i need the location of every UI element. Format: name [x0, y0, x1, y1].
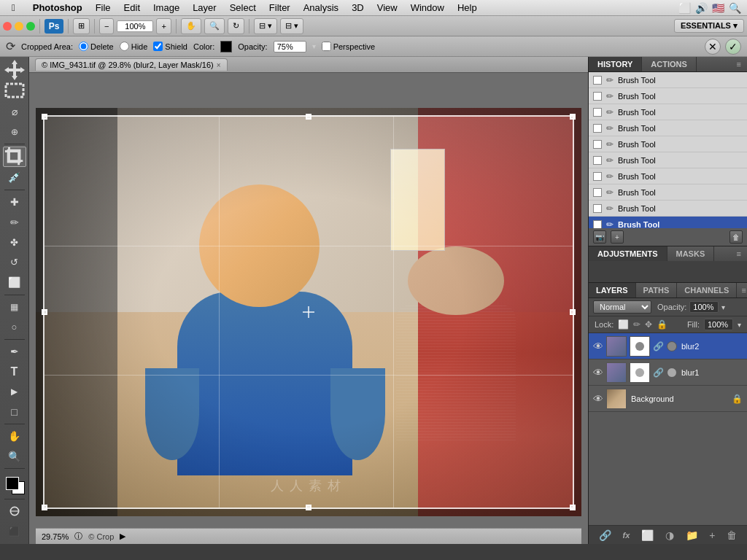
menu-select[interactable]: Select: [224, 1, 262, 15]
history-tab[interactable]: HISTORY: [589, 57, 642, 71]
menu-analysis[interactable]: Analysis: [298, 1, 344, 15]
hand-tool-tb[interactable]: ✋: [181, 18, 201, 34]
layout-btn[interactable]: ⊟ ▾: [280, 18, 303, 34]
brush-tool-btn[interactable]: ✏: [3, 212, 26, 232]
link-layers-btn[interactable]: 🔗: [599, 529, 611, 541]
add-mask-btn[interactable]: ⬜: [641, 529, 654, 541]
dodge-tool-btn[interactable]: ○: [3, 317, 26, 337]
zoom-tool-tb[interactable]: 🔍: [204, 18, 225, 34]
history-menu-btn[interactable]: ≡: [731, 57, 747, 71]
zoom-in-btn[interactable]: +: [156, 18, 171, 34]
rotate-tool-tb[interactable]: ↻: [228, 18, 244, 34]
layers-menu-btn[interactable]: ≡: [737, 283, 747, 298]
gradient-tool-btn[interactable]: ▦: [3, 298, 26, 317]
history-item-5[interactable]: ✏ Brush Tool: [589, 152, 747, 168]
lock-transparent-btn[interactable]: ⬜: [618, 319, 629, 330]
history-item-3[interactable]: ✏ Brush Tool: [589, 120, 747, 136]
eraser-tool-btn[interactable]: ⬜: [3, 273, 26, 292]
pen-tool-btn[interactable]: ✒: [3, 342, 26, 362]
layer-background[interactable]: 👁 Background 🔒: [589, 386, 747, 412]
history-item-1[interactable]: ✏ Brush Tool: [589, 88, 747, 104]
menu-3d[interactable]: 3D: [346, 1, 370, 15]
history-brush-btn[interactable]: ↺: [3, 252, 26, 272]
history-item-2[interactable]: ✏ Brush Tool: [589, 104, 747, 120]
new-adjustment-btn[interactable]: ◑: [665, 529, 674, 541]
audio-btn[interactable]: 🔊: [695, 2, 708, 14]
menu-window[interactable]: Window: [405, 1, 450, 15]
fg-color-swatch[interactable]: [6, 477, 19, 490]
healing-brush-btn[interactable]: ✚: [3, 192, 26, 212]
marquee-tool-btn[interactable]: [3, 81, 26, 101]
delete-layer-btn[interactable]: 🗑: [727, 529, 737, 541]
menu-filter[interactable]: Filter: [263, 1, 296, 15]
info-btn[interactable]: ⓘ: [74, 531, 82, 542]
eyedropper-tool-btn[interactable]: 💉: [3, 168, 26, 187]
lasso-tool-btn[interactable]: ⌀: [3, 102, 26, 122]
lock-all-btn[interactable]: 🔒: [657, 319, 667, 330]
cancel-crop-btn[interactable]: ✕: [705, 39, 721, 55]
menu-layer[interactable]: Layer: [187, 1, 222, 15]
adjustments-tab[interactable]: ADJUSTMENTS: [589, 246, 667, 261]
status-arrow[interactable]: ▶: [120, 532, 125, 541]
fill-value-input[interactable]: [704, 319, 733, 330]
menu-file[interactable]: File: [90, 1, 117, 15]
history-item-8[interactable]: ✏ Brush Tool: [589, 201, 747, 217]
lock-position-btn[interactable]: ✥: [645, 319, 652, 330]
masks-tab[interactable]: MASKS: [667, 246, 715, 261]
document-tab-item[interactable]: © IMG_9431.tif @ 29.8% (blur2, Layer Mas…: [35, 58, 228, 71]
move-tool-btn[interactable]: [3, 60, 26, 80]
actions-tab[interactable]: ACTIONS: [642, 57, 697, 71]
adj-menu-btn[interactable]: ≡: [731, 246, 747, 261]
layer-eye-blur1[interactable]: 👁: [593, 367, 603, 378]
view-mode-btn[interactable]: ⊞: [73, 18, 90, 34]
text-tool-btn[interactable]: T: [3, 362, 26, 381]
layers-tab[interactable]: LAYERS: [589, 283, 636, 298]
window-close-btn[interactable]: [3, 22, 12, 31]
color-boxes[interactable]: [3, 474, 26, 494]
arrange-btn[interactable]: ⊟ ▾: [254, 18, 277, 34]
opacity-input[interactable]: [274, 41, 306, 52]
history-item-4[interactable]: ✏ Brush Tool: [589, 136, 747, 152]
history-item-9[interactable]: ✏ Brush Tool: [589, 217, 747, 228]
crop-tool-btn[interactable]: [3, 147, 26, 167]
opacity-value-input[interactable]: [689, 301, 719, 313]
clone-stamp-btn[interactable]: ✤: [3, 233, 26, 252]
channels-tab[interactable]: CHANNELS: [677, 283, 737, 298]
history-item-7[interactable]: ✏ Brush Tool: [589, 184, 747, 201]
menu-view[interactable]: View: [371, 1, 403, 15]
create-new-doc-btn[interactable]: +: [611, 230, 624, 244]
blend-mode-select[interactable]: Normal Multiply Screen Overlay: [593, 300, 651, 314]
document-close-btn[interactable]: ×: [217, 61, 221, 69]
history-item-0[interactable]: ✏ Brush Tool: [589, 72, 747, 88]
lock-image-btn[interactable]: ✏: [633, 319, 640, 330]
color-swatch[interactable]: [220, 41, 232, 52]
path-selection-btn[interactable]: ▶: [3, 382, 26, 402]
shield-checkbox[interactable]: Shield: [153, 42, 187, 51]
opacity-arrow[interactable]: ▾: [312, 42, 316, 50]
menu-image[interactable]: Image: [147, 1, 185, 15]
shape-tool-btn[interactable]: □: [3, 402, 26, 422]
quick-mask-btn[interactable]: [3, 502, 26, 521]
history-item-6[interactable]: ✏ Brush Tool: [589, 168, 747, 184]
opacity-arrow-btn[interactable]: ▾: [721, 303, 725, 311]
search-icon[interactable]: 🔍: [729, 2, 741, 14]
fx-btn[interactable]: fx: [623, 531, 630, 540]
image-container[interactable]: 人人素材: [36, 108, 581, 516]
screen-mode-btn[interactable]: ⬜: [678, 2, 691, 14]
new-layer-btn[interactable]: +: [709, 529, 715, 541]
quick-select-btn[interactable]: ⊕: [3, 122, 26, 142]
apple-menu[interactable]: : [6, 1, 21, 15]
layer-eye-background[interactable]: 👁: [593, 393, 603, 405]
zoom-tool-btn[interactable]: 🔍: [3, 447, 26, 467]
essentials-label[interactable]: ESSENTIALS ▾: [674, 19, 744, 33]
layer-blur2[interactable]: 👁 🔗 blur2: [589, 333, 747, 359]
menu-edit[interactable]: Edit: [118, 1, 146, 15]
paths-tab[interactable]: PATHS: [636, 283, 678, 298]
hide-radio[interactable]: Hide: [120, 42, 148, 51]
fill-arrow-btn[interactable]: ▾: [738, 321, 741, 329]
confirm-crop-btn[interactable]: ✓: [725, 39, 741, 55]
menu-help[interactable]: Help: [452, 1, 483, 15]
delete-radio[interactable]: Delete: [79, 42, 114, 51]
zoom-out-btn[interactable]: −: [99, 18, 114, 34]
window-maximize-btn[interactable]: [26, 22, 35, 31]
